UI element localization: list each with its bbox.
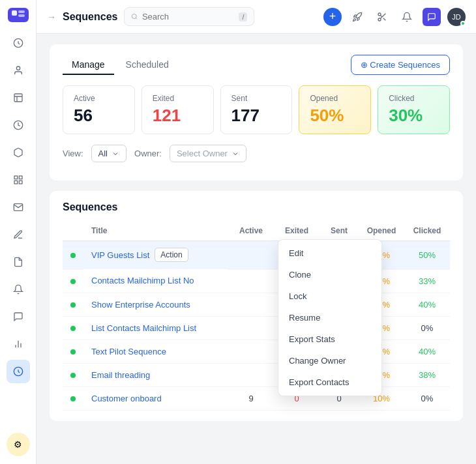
tab-scheduled[interactable]: Scheduled xyxy=(117,55,178,75)
row-title-cell[interactable]: VIP Guests List Action xyxy=(83,241,228,269)
add-button[interactable]: + xyxy=(323,8,342,26)
stat-value-opened: 50% xyxy=(310,106,360,126)
table-row: VIP Guests List Action 3 50% 50% xyxy=(63,241,450,270)
sidebar-item-announcements[interactable] xyxy=(7,278,30,301)
stat-value-active: 56 xyxy=(74,106,124,126)
svg-line-20 xyxy=(383,18,386,20)
action-button[interactable]: Action xyxy=(155,248,188,262)
stat-card-active: Active 56 xyxy=(63,85,135,134)
menu-item-export-stats[interactable]: Export Stats xyxy=(278,328,381,350)
sidebar-item-tasks[interactable] xyxy=(7,223,30,246)
owner-label: Owner: xyxy=(134,149,162,158)
search-icon xyxy=(131,12,138,21)
col-header-clicked: Clicked xyxy=(404,221,450,241)
svg-rect-5 xyxy=(14,94,22,102)
status-dot xyxy=(70,326,76,331)
scissors-icon[interactable] xyxy=(373,8,391,26)
menu-item-export-contacts[interactable]: Export Contacts xyxy=(278,371,381,393)
view-select[interactable]: All xyxy=(91,145,126,162)
table-row: Email threading 0 10% 38% xyxy=(63,363,450,386)
view-chevron-icon xyxy=(112,150,119,158)
sequence-title-link[interactable]: VIP Guests List xyxy=(91,250,149,260)
create-sequences-button[interactable]: ⊕ Create Sequences xyxy=(351,55,450,75)
row-active-cell xyxy=(228,241,274,270)
app-logo[interactable] xyxy=(8,8,29,22)
sequence-title-link[interactable]: List Contacts Mailchimp List xyxy=(91,323,196,333)
col-header-sent: Sent xyxy=(320,221,359,241)
sequences-section-title: Sequences xyxy=(63,201,450,213)
bell-icon[interactable] xyxy=(398,8,416,26)
status-dot xyxy=(70,396,76,401)
row-clicked-cell: 0% xyxy=(404,316,450,340)
breadcrumb-arrow: → xyxy=(47,12,56,22)
row-active-cell: 9 xyxy=(228,386,274,410)
table-row: Text Pilot Sequence 0 40% 40% xyxy=(63,340,450,363)
stat-label-opened: Opened xyxy=(310,94,360,103)
sidebar-item-deals[interactable] xyxy=(7,113,30,137)
search-kbd: / xyxy=(239,12,247,22)
svg-point-15 xyxy=(132,14,137,19)
row-dot-cell xyxy=(63,293,83,316)
stat-label-clicked: Clicked xyxy=(389,94,439,103)
search-input[interactable] xyxy=(142,12,235,22)
tabs-container: Manage Scheduled ⊕ Create Sequences xyxy=(63,55,450,75)
row-title-cell[interactable]: Contacts Mailchimp List No xyxy=(83,269,228,293)
sequence-title-link[interactable]: Contacts Mailchimp List No xyxy=(91,276,194,285)
sidebar-item-chat[interactable] xyxy=(7,305,30,328)
svg-point-17 xyxy=(378,13,381,16)
search-box[interactable]: / xyxy=(124,7,254,26)
row-active-cell xyxy=(228,269,274,293)
row-title-cell[interactable]: Email threading xyxy=(83,363,228,386)
menu-item-edit[interactable]: Edit xyxy=(278,242,381,264)
row-active-cell xyxy=(228,363,274,386)
sequence-title-link[interactable]: Show Enterprise Accounts xyxy=(91,300,190,310)
stats-row: Active 56 Exited 121 Sent 177 Opened 50% xyxy=(63,85,450,134)
owner-select[interactable]: Select Owner xyxy=(170,145,246,162)
sidebar-item-reports[interactable] xyxy=(7,86,30,109)
sidebar-item-analytics[interactable] xyxy=(7,332,30,356)
sequences-section: Sequences Title Active Exited Sent Opene… xyxy=(50,191,463,421)
sequence-title-link[interactable]: Customer onboard xyxy=(91,394,162,403)
svg-rect-1 xyxy=(18,10,25,13)
row-title-cell[interactable]: Show Enterprise Accounts xyxy=(83,293,228,316)
sidebar-item-active[interactable] xyxy=(7,360,30,383)
row-dot-cell xyxy=(63,340,83,363)
row-title-cell[interactable]: Text Pilot Sequence xyxy=(83,340,228,363)
sequence-title-link[interactable]: Email threading xyxy=(91,370,150,380)
sidebar-item-products[interactable] xyxy=(7,141,30,164)
avatar-initials: JD xyxy=(452,13,460,21)
svg-rect-8 xyxy=(19,176,22,179)
table-container: Title Active Exited Sent Opened Clicked xyxy=(63,221,450,411)
row-clicked-cell: 33% xyxy=(404,269,450,293)
sidebar-item-dashboard[interactable] xyxy=(7,168,30,192)
row-dot-cell xyxy=(63,363,83,386)
sidebar-item-home[interactable] xyxy=(7,31,30,55)
svg-rect-9 xyxy=(14,181,18,184)
sidebar-item-sequences[interactable] xyxy=(7,250,30,274)
rocket-icon[interactable] xyxy=(348,8,366,26)
sequence-title-link[interactable]: Text Pilot Sequence xyxy=(91,347,166,356)
menu-item-clone[interactable]: Clone xyxy=(278,264,381,285)
stat-card-exited: Exited 121 xyxy=(141,85,214,134)
menu-item-resume[interactable]: Resume xyxy=(278,307,381,328)
tab-manage[interactable]: Manage xyxy=(63,55,114,75)
avatar[interactable]: JD xyxy=(447,8,466,26)
chat-icon[interactable] xyxy=(423,8,441,26)
row-active-cell xyxy=(228,293,274,316)
row-title-cell[interactable]: Customer onboard xyxy=(83,386,228,410)
table-row: Customer onboard 9 0 0 10% 0% xyxy=(63,386,450,410)
row-dot-cell xyxy=(63,316,83,340)
row-dot-cell xyxy=(63,269,83,293)
svg-rect-2 xyxy=(18,14,25,17)
sidebar-item-contacts[interactable] xyxy=(7,59,30,82)
svg-point-4 xyxy=(16,66,20,70)
stat-label-sent: Sent xyxy=(231,94,282,103)
menu-item-change-owner[interactable]: Change Owner xyxy=(278,350,381,371)
owner-chevron-icon xyxy=(231,150,239,158)
sidebar-item-email[interactable] xyxy=(7,196,30,219)
status-dot xyxy=(70,253,76,258)
menu-item-lock[interactable]: Lock xyxy=(278,285,381,307)
row-title-cell[interactable]: List Contacts Mailchimp List xyxy=(83,316,228,340)
sidebar-settings-icon[interactable]: ⚙ xyxy=(7,433,30,456)
page-title: Sequences xyxy=(63,11,117,23)
